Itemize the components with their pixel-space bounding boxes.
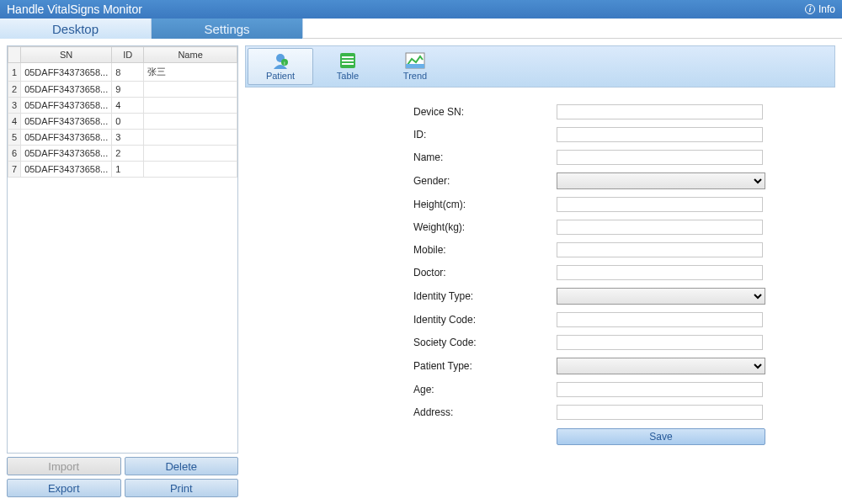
svg-text:i: i: [284, 61, 285, 66]
cell-rownum: 1: [8, 63, 21, 82]
label-height: Height(cm):: [413, 199, 557, 210]
svg-rect-5: [342, 60, 354, 61]
info-icon: i: [805, 4, 815, 14]
cell-sn: 05DAFF34373658...: [21, 162, 112, 178]
svg-rect-8: [406, 64, 424, 68]
table-row[interactable]: 705DAFF34373658...1: [8, 162, 237, 178]
cell-id: 1: [112, 162, 144, 178]
view-tab-patient-label: Patient: [266, 71, 295, 81]
cell-sn: 05DAFF34373658...: [21, 63, 112, 82]
table-row[interactable]: 205DAFF34373658...9: [8, 82, 237, 98]
cell-rownum: 3: [8, 98, 21, 114]
table-row[interactable]: 405DAFF34373658...0: [8, 114, 237, 130]
cell-name: [144, 98, 237, 114]
label-identity-type: Identity Type:: [413, 290, 557, 302]
app-title: Handle VitalSigns Monitor: [7, 3, 142, 16]
input-identity-code[interactable]: [557, 312, 763, 327]
cell-sn: 05DAFF34373658...: [21, 98, 112, 114]
cell-id: 2: [112, 146, 144, 162]
label-gender: Gender:: [413, 175, 557, 187]
svg-rect-4: [342, 56, 354, 58]
col-head-id[interactable]: ID: [112, 47, 144, 63]
input-doctor[interactable]: [557, 265, 763, 280]
patient-form: Device SN: ID: Name: Gender: Height(cm):…: [245, 88, 835, 497]
cell-rownum: 7: [8, 162, 21, 178]
label-society-code: Society Code:: [413, 337, 557, 348]
table-row[interactable]: 505DAFF34373658...3: [8, 130, 237, 146]
cell-name: [144, 82, 237, 98]
export-button[interactable]: Export: [7, 479, 121, 497]
view-tab-trend-label: Trend: [403, 71, 427, 81]
trend-icon: [405, 52, 425, 69]
cell-sn: 05DAFF34373658...: [21, 130, 112, 146]
titlebar: Handle VitalSigns Monitor i Info: [0, 0, 842, 19]
input-age[interactable]: [557, 382, 763, 397]
input-weight[interactable]: [557, 220, 763, 235]
label-device-sn: Device SN:: [413, 106, 557, 118]
info-label: Info: [818, 3, 835, 15]
label-doctor: Doctor:: [413, 267, 557, 279]
cell-name: [144, 130, 237, 146]
cell-sn: 05DAFF34373658...: [21, 82, 112, 98]
info-button[interactable]: i Info: [805, 3, 835, 15]
label-name: Name:: [413, 151, 557, 163]
main-tabs: Desktop Settings: [0, 19, 842, 39]
right-panel: i Patient Table Trend Device SN: ID: Nam…: [245, 45, 835, 497]
left-button-grid: Import Delete Export Print: [7, 457, 238, 497]
select-identity-type[interactable]: [557, 288, 765, 305]
table-icon: [338, 52, 358, 69]
label-age: Age:: [413, 384, 557, 395]
save-button[interactable]: Save: [557, 428, 765, 445]
col-head-name[interactable]: Name: [144, 47, 237, 63]
select-patient-type[interactable]: [557, 358, 765, 374]
cell-id: 3: [112, 130, 144, 146]
view-tabs: i Patient Table Trend: [245, 45, 835, 88]
cell-sn: 05DAFF34373658...: [21, 114, 112, 130]
label-mobile: Mobile:: [413, 244, 557, 256]
input-height[interactable]: [557, 197, 763, 212]
label-weight: Weight(kg):: [413, 221, 557, 233]
label-patient-type: Patient Type:: [413, 360, 557, 372]
view-tab-patient[interactable]: i Patient: [248, 48, 313, 85]
device-table: SN ID Name 105DAFF34373658...8张三205DAFF3…: [8, 46, 237, 178]
cell-id: 0: [112, 114, 144, 130]
cell-name: [144, 146, 237, 162]
cell-sn: 05DAFF34373658...: [21, 146, 112, 162]
left-panel: SN ID Name 105DAFF34373658...8张三205DAFF3…: [7, 45, 238, 497]
table-row[interactable]: 305DAFF34373658...4: [8, 98, 237, 114]
input-id[interactable]: [557, 127, 763, 142]
cell-name: 张三: [144, 63, 237, 82]
cell-rownum: 6: [8, 146, 21, 162]
view-tab-trend[interactable]: Trend: [382, 48, 448, 85]
device-table-wrap: SN ID Name 105DAFF34373658...8张三205DAFF3…: [7, 45, 238, 454]
input-address[interactable]: [557, 405, 763, 420]
cell-name: [144, 114, 237, 130]
table-row[interactable]: 105DAFF34373658...8张三: [8, 63, 237, 82]
cell-id: 8: [112, 63, 144, 82]
patient-icon: i: [270, 52, 290, 69]
table-row[interactable]: 605DAFF34373658...2: [8, 146, 237, 162]
cell-rownum: 2: [8, 82, 21, 98]
label-id: ID:: [413, 129, 557, 141]
input-mobile[interactable]: [557, 242, 763, 257]
cell-name: [144, 162, 237, 178]
col-head-rownum: [8, 47, 21, 63]
input-name[interactable]: [557, 150, 763, 165]
cell-rownum: 5: [8, 130, 21, 146]
content-area: SN ID Name 105DAFF34373658...8张三205DAFF3…: [0, 39, 842, 504]
input-society-code[interactable]: [557, 335, 763, 350]
cell-id: 4: [112, 98, 144, 114]
label-identity-code: Identity Code:: [413, 314, 557, 326]
cell-id: 9: [112, 82, 144, 98]
input-device-sn[interactable]: [557, 104, 763, 119]
import-button[interactable]: Import: [7, 457, 121, 475]
tab-desktop[interactable]: Desktop: [0, 19, 152, 39]
tab-settings[interactable]: Settings: [152, 19, 303, 39]
delete-button[interactable]: Delete: [125, 457, 239, 475]
print-button[interactable]: Print: [125, 479, 239, 497]
view-tab-table-label: Table: [337, 71, 359, 81]
label-address: Address:: [413, 406, 557, 418]
select-gender[interactable]: [557, 172, 765, 189]
col-head-sn[interactable]: SN: [21, 47, 112, 63]
view-tab-table[interactable]: Table: [315, 48, 381, 85]
